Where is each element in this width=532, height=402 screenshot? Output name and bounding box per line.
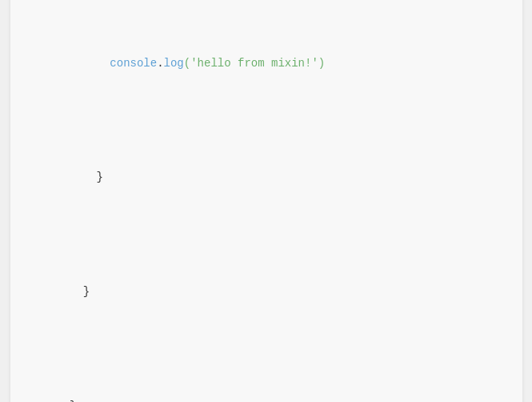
- string-hello: ('hello from mixin!'): [184, 57, 325, 70]
- method-console: console: [110, 57, 157, 70]
- code-line-9: }: [30, 263, 503, 320]
- code-line-7: console.log('hello from mixin!'): [30, 35, 503, 92]
- code-block: // 定义一个混入对象 var myMixin = { created: fun…: [30, 0, 503, 402]
- code-line-10: }: [30, 378, 503, 402]
- method-log: log: [164, 57, 184, 70]
- code-container: // 定义一个混入对象 var myMixin = { created: fun…: [10, 0, 522, 402]
- code-line-8: }: [30, 150, 503, 207]
